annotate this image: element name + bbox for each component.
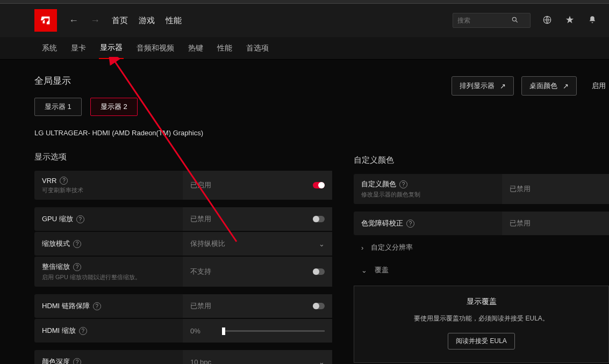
- help-icon[interactable]: ?: [76, 215, 84, 223]
- custom-color-title: 自定义颜色: [354, 155, 609, 165]
- overlay-card: 显示覆盖 要使用显示覆盖功能，必须阅读并接受 EULA。 阅读并接受 EULA: [354, 286, 609, 363]
- accept-eula-button[interactable]: 阅读并接受 EULA: [448, 333, 515, 350]
- row-hdmi-link: HDMI 链路保障 ? 已禁用: [34, 294, 332, 318]
- enable-label: 启用: [592, 81, 606, 91]
- gpu-scaling-value: 已禁用: [190, 214, 211, 224]
- custom-color-value: 已禁用: [510, 184, 531, 194]
- top-nav-gaming[interactable]: 游戏: [139, 16, 155, 26]
- custom-color-sublabel: 修改显示器的颜色复制: [361, 191, 495, 199]
- arrange-displays-label: 排列显示器: [460, 81, 495, 91]
- custom-color-label: 自定义颜色: [361, 179, 396, 189]
- display-tab-1[interactable]: 显示器 1: [34, 98, 82, 116]
- help-icon[interactable]: ?: [60, 177, 68, 185]
- hdmi-scaling-label: HDMI 缩放: [42, 326, 76, 336]
- row-vrr: VRR ? 可变刷新率技术 已启用: [34, 171, 332, 200]
- hdmi-scaling-value: 0%: [190, 327, 200, 335]
- integer-scaling-value: 不支持: [190, 267, 211, 276]
- subnav-performance[interactable]: 性能: [216, 38, 233, 59]
- subnav-hotkeys[interactable]: 热键: [187, 38, 204, 59]
- nav-back-button[interactable]: ←: [69, 15, 78, 26]
- vrr-toggle[interactable]: [313, 182, 325, 188]
- row-hdmi-scaling: HDMI 缩放 ? 0%: [34, 319, 332, 343]
- custom-resolution-label: 自定义分辨率: [371, 243, 413, 252]
- arrange-displays-button[interactable]: 排列显示器 ↗: [452, 76, 514, 96]
- top-nav-home[interactable]: 首页: [112, 16, 128, 26]
- scaling-mode-value: 保持纵横比: [190, 239, 225, 249]
- custom-resolution-expand[interactable]: › 自定义分辨率: [354, 236, 609, 259]
- enable-button[interactable]: 启用: [584, 77, 609, 95]
- row-scaling-mode: 缩放模式 ? 保持纵横比 ⌄: [34, 232, 332, 256]
- integer-scaling-label: 整倍缩放: [42, 262, 70, 272]
- desktop-color-label: 桌面颜色: [529, 81, 557, 91]
- help-icon[interactable]: ?: [79, 327, 87, 335]
- subnav-display[interactable]: 显示器: [99, 38, 124, 59]
- chevron-down-icon: ⌄: [319, 358, 325, 365]
- color-depth-value: 10 bpc: [190, 358, 211, 365]
- row-custom-color: 自定义颜色 ? 修改显示器的颜色复制 已禁用: [354, 174, 609, 204]
- color-depth-dropdown[interactable]: 10 bpc ⌄: [183, 350, 332, 364]
- subnav-gpu[interactable]: 显卡: [70, 38, 87, 59]
- help-icon[interactable]: ?: [406, 220, 414, 228]
- chevron-down-icon: ⌄: [319, 240, 325, 248]
- vrr-value: 已启用: [190, 180, 211, 190]
- help-icon[interactable]: ?: [73, 263, 81, 271]
- row-color-deficiency: 色觉障碍校正 ? 已禁用: [354, 212, 609, 235]
- external-link-icon: ↗: [563, 82, 569, 90]
- scaling-mode-dropdown[interactable]: 保持纵横比 ⌄: [183, 232, 332, 256]
- color-deficiency-label: 色觉障碍校正: [361, 219, 403, 228]
- star-icon[interactable]: [565, 15, 575, 26]
- overlay-card-title: 显示覆盖: [371, 297, 591, 307]
- bell-icon[interactable]: [587, 15, 597, 26]
- search-icon: [511, 16, 519, 25]
- help-icon[interactable]: ?: [399, 180, 407, 188]
- overlay-label: 覆盖: [375, 265, 389, 275]
- overlay-card-desc: 要使用显示覆盖功能，必须阅读并接受 EULA。: [371, 314, 591, 323]
- chevron-down-icon: ⌄: [361, 266, 367, 274]
- chevron-right-icon: ›: [361, 244, 363, 252]
- color-depth-label: 颜色深度: [42, 357, 70, 364]
- subnav-preferences[interactable]: 首选项: [245, 38, 270, 59]
- help-icon[interactable]: ?: [73, 358, 81, 365]
- search-box[interactable]: [453, 13, 531, 28]
- search-input[interactable]: [457, 17, 511, 24]
- row-color-depth: 颜色深度 ? 10 bpc ⌄: [34, 350, 332, 364]
- desktop-color-button[interactable]: 桌面颜色 ↗: [521, 76, 577, 96]
- hdmi-link-value: 已禁用: [190, 301, 211, 311]
- gpu-scaling-label: GPU 缩放: [42, 214, 73, 224]
- display-options-title: 显示选项: [34, 152, 332, 162]
- subnav-audio-video[interactable]: 音频和视频: [135, 38, 175, 59]
- monitor-label: LG ULTRAGEAR- HDMI (AMD Radeon(TM) Graph…: [34, 129, 332, 137]
- gpu-scaling-toggle[interactable]: [313, 216, 325, 222]
- hdmi-scaling-slider[interactable]: [222, 330, 325, 332]
- amd-logo: [34, 9, 57, 32]
- global-display-title: 全局显示: [34, 75, 332, 87]
- subnav-system[interactable]: 系统: [41, 38, 58, 59]
- help-icon[interactable]: ?: [93, 302, 101, 310]
- nav-forward-button[interactable]: →: [90, 15, 100, 26]
- svg-point-0: [512, 17, 516, 21]
- app-header: ← → 首页 游戏 性能: [0, 4, 609, 37]
- top-nav-performance[interactable]: 性能: [166, 16, 182, 26]
- display-tab-2[interactable]: 显示器 2: [90, 98, 138, 116]
- row-integer-scaling: 整倍缩放 ? 启用 GPU 缩放功能以进行整倍缩放。 不支持: [34, 257, 332, 287]
- external-link-icon: ↗: [500, 82, 506, 90]
- web-icon[interactable]: [542, 15, 552, 26]
- vrr-label: VRR: [42, 177, 56, 185]
- help-icon[interactable]: ?: [73, 240, 81, 248]
- hdmi-link-label: HDMI 链路保障: [42, 301, 90, 311]
- overlay-expand[interactable]: ⌄ 覆盖: [354, 259, 609, 281]
- row-gpu-scaling: GPU 缩放 ? 已禁用: [34, 207, 332, 231]
- sub-nav: 系统 显卡 显示器 音频和视频 热键 性能 首选项: [0, 37, 609, 60]
- integer-scaling-toggle[interactable]: [313, 268, 325, 275]
- color-deficiency-value: 已禁用: [510, 219, 531, 228]
- integer-scaling-sublabel: 启用 GPU 缩放功能以进行整倍缩放。: [42, 273, 175, 281]
- scaling-mode-label: 缩放模式: [42, 239, 70, 249]
- vrr-sublabel: 可变刷新率技术: [42, 186, 175, 194]
- hdmi-link-toggle[interactable]: [313, 303, 325, 309]
